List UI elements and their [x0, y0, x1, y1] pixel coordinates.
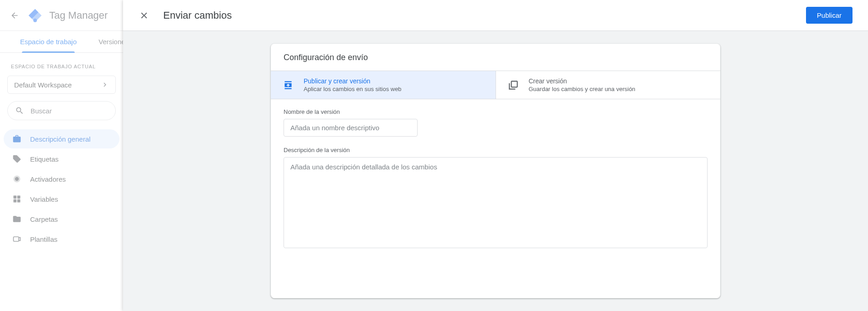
option-subtitle: Aplicar los cambios en sus sitios web: [304, 86, 402, 92]
sidebar-item-folders[interactable]: Carpetas: [4, 209, 119, 229]
submit-changes-modal: Enviar cambios Publicar Configuración de…: [123, 0, 868, 311]
modal-body: Configuración de envío Publicar y crear …: [123, 31, 868, 311]
sidebar-item-variables[interactable]: Variables: [4, 189, 119, 209]
version-description-textarea[interactable]: [284, 157, 708, 248]
version-description-label: Descripción de la versión: [284, 147, 708, 153]
tab-workspace[interactable]: Espacio de trabajo: [9, 31, 88, 52]
sidebar-item-overview[interactable]: Descripción general: [4, 129, 119, 148]
version-name-label: Nombre de la versión: [284, 108, 708, 115]
svg-rect-8: [511, 81, 517, 87]
sidebar-item-label: Plantillas: [30, 235, 57, 243]
publish-button[interactable]: Publicar: [806, 7, 852, 24]
tag-icon: [12, 154, 22, 164]
search-icon: [15, 106, 24, 115]
sidebar-item-tags[interactable]: Etiquetas: [4, 149, 119, 168]
search-input[interactable]: Buscar: [7, 101, 116, 120]
version-icon: [507, 79, 520, 92]
chevron-right-icon: [101, 81, 109, 89]
svg-point-2: [15, 177, 19, 181]
sidebar: ESPACIO DE TRABAJO ACTUAL Default Worksp…: [0, 53, 123, 257]
workspace-label: ESPACIO DE TRABAJO ACTUAL: [4, 60, 119, 73]
product-name: Tag Manager: [49, 10, 108, 21]
close-icon: [139, 10, 149, 20]
tag-manager-logo-icon: [27, 8, 43, 23]
search-placeholder: Buscar: [31, 107, 52, 115]
modal-title: Enviar cambios: [163, 10, 795, 21]
form-area: Nombre de la versión Descripción de la v…: [271, 99, 720, 263]
svg-rect-4: [17, 196, 21, 199]
modal-header: Enviar cambios Publicar: [123, 0, 868, 31]
sidebar-item-label: Carpetas: [30, 215, 58, 223]
option-create-version[interactable]: Crear versión Guardar los cambios y crea…: [496, 71, 721, 99]
option-subtitle: Guardar los cambios y crear una versión: [529, 86, 636, 92]
sidebar-item-label: Activadores: [30, 175, 66, 183]
back-button[interactable]: [5, 6, 24, 25]
folder-icon: [12, 214, 22, 224]
version-name-input[interactable]: [284, 119, 418, 137]
submit-config-card: Configuración de envío Publicar y crear …: [271, 44, 720, 298]
svg-rect-3: [14, 196, 17, 199]
logo-wrap: Tag Manager: [27, 8, 108, 23]
sidebar-item-templates[interactable]: Plantillas: [4, 229, 119, 249]
option-publish-and-create[interactable]: Publicar y crear versión Aplicar los cam…: [271, 71, 496, 99]
option-title: Publicar y crear versión: [304, 77, 402, 85]
publish-icon: [282, 79, 294, 92]
option-title: Crear versión: [529, 77, 636, 85]
arrow-left-icon: [10, 11, 19, 20]
svg-rect-5: [14, 199, 17, 203]
workspace-selector[interactable]: Default Workspace: [7, 76, 116, 94]
sidebar-item-label: Descripción general: [30, 135, 91, 143]
option-row: Publicar y crear versión Aplicar los cam…: [271, 71, 720, 99]
variables-icon: [12, 194, 22, 204]
card-heading: Configuración de envío: [271, 44, 720, 71]
sidebar-item-label: Etiquetas: [30, 155, 59, 163]
svg-rect-6: [17, 199, 21, 203]
sidebar-item-triggers[interactable]: Activadores: [4, 169, 119, 189]
trigger-icon: [12, 174, 22, 184]
briefcase-icon: [12, 134, 22, 144]
workspace-name: Default Workspace: [14, 81, 72, 89]
sidebar-item-label: Variables: [30, 195, 58, 203]
close-button[interactable]: [136, 7, 152, 24]
svg-point-0: [33, 18, 37, 22]
svg-rect-7: [14, 237, 19, 241]
template-icon: [12, 234, 22, 244]
